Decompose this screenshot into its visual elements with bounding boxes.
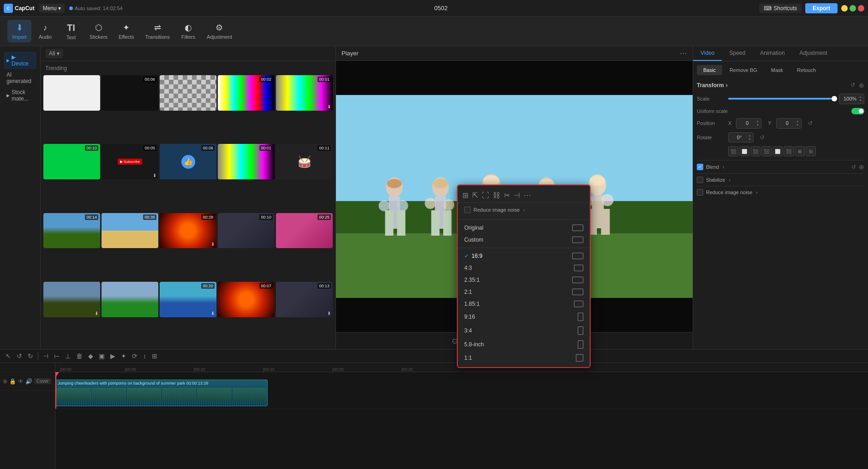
maximize-button[interactable]: [850, 5, 856, 12]
minimize-button[interactable]: [841, 5, 848, 12]
blend-more-icon[interactable]: ⊕: [859, 163, 864, 171]
tl-eye-icon[interactable]: 👁: [18, 378, 24, 385]
dropdown-item-2-1[interactable]: 2:1: [458, 286, 590, 298]
nav-item-stock[interactable]: ▶ Stock mate...: [4, 87, 36, 104]
close-button[interactable]: [858, 5, 864, 12]
tab-video[interactable]: Video: [693, 46, 722, 61]
dropdown-item-1-1[interactable]: 1:1: [458, 351, 590, 364]
dropdown-item-9-16[interactable]: 9:16: [458, 310, 590, 324]
media-thumb-12[interactable]: 00:35: [102, 213, 158, 249]
blend-reset-icon[interactable]: ↺: [851, 164, 856, 170]
aspect-expand-icon[interactable]: ⛶: [482, 191, 489, 200]
media-thumb-1[interactable]: [43, 75, 100, 111]
tl-diamond-button[interactable]: ◆: [86, 351, 95, 361]
media-thumb-20[interactable]: 00:13 ⬇: [276, 282, 333, 317]
nav-item-device[interactable]: ▶ ▶ Device: [4, 52, 36, 69]
media-thumb-10[interactable]: 🥁 00:11: [276, 144, 333, 179]
tl-redo-button[interactable]: ↻: [26, 351, 35, 361]
dropdown-item-4-3[interactable]: 4:3: [458, 262, 590, 274]
aspect-crop-icon[interactable]: ⊞: [462, 191, 468, 200]
tl-play-forward-button[interactable]: ▶: [108, 351, 117, 361]
aspect-more-icon[interactable]: ⋯: [524, 191, 531, 200]
tl-lock-icon[interactable]: 🔒: [9, 378, 16, 385]
tl-cursor-button[interactable]: ↖: [4, 351, 13, 361]
toolbar-item-transitions[interactable]: ⇌ Transitions: [141, 20, 174, 42]
media-thumb-16[interactable]: ⬇: [43, 282, 100, 317]
align-center-h-button[interactable]: ⬜: [739, 146, 749, 156]
tl-split-button[interactable]: ⊣: [41, 351, 50, 361]
tl-audio-icon[interactable]: 🔊: [25, 378, 32, 385]
rotate-input[interactable]: 0° ▲ ▼: [728, 132, 754, 143]
media-thumb-2[interactable]: 00:06: [102, 75, 158, 111]
tab-adjustment[interactable]: Adjustment: [792, 46, 835, 61]
media-thumb-3[interactable]: [160, 75, 216, 111]
media-thumb-5[interactable]: 00:01 ⬇: [276, 75, 333, 111]
dropdown-item-2-35-1[interactable]: 2.35:1: [458, 274, 590, 286]
tl-add-icon[interactable]: ⊕: [3, 378, 7, 385]
media-thumb-17[interactable]: [102, 282, 158, 317]
align-8-button[interactable]: ⊟: [806, 146, 816, 156]
tl-undo-button[interactable]: ↺: [15, 351, 24, 361]
media-thumb-13[interactable]: 00:28 ⬇: [160, 213, 216, 249]
sub-tab-retouch[interactable]: Retouch: [790, 65, 822, 75]
media-thumb-8[interactable]: 👍 00:06: [160, 144, 216, 179]
rotate-reset-icon[interactable]: ↺: [760, 134, 765, 141]
toolbar-item-text[interactable]: TI Text: [59, 20, 83, 43]
toolbar-item-stickers[interactable]: ⬡ Stickers: [85, 20, 112, 42]
media-thumb-14[interactable]: 00:10: [218, 213, 275, 249]
align-bottom-button[interactable]: ⬛: [784, 146, 794, 156]
blend-checkbox[interactable]: ✓: [697, 164, 703, 170]
tab-speed[interactable]: Speed: [722, 46, 753, 61]
dropdown-item-original[interactable]: Original: [458, 222, 590, 234]
media-thumb-6[interactable]: 00:10: [43, 144, 100, 179]
menu-button[interactable]: Menu ▾: [39, 4, 65, 13]
position-reset-icon[interactable]: ↺: [808, 120, 813, 126]
media-thumb-19[interactable]: 00:07: [218, 282, 275, 317]
position-y-input[interactable]: 0 ▲ ▼: [776, 118, 802, 129]
align-top-button[interactable]: ⬛: [761, 146, 772, 156]
video-clip[interactable]: Jumping cheerleaders with pompoms on bac…: [55, 380, 268, 406]
media-thumb-9[interactable]: 00:01: [218, 144, 275, 179]
reduce-noise-checkbox[interactable]: [697, 189, 703, 196]
toolbar-item-audio[interactable]: ♪ Audio: [33, 20, 57, 42]
scale-down-arrow[interactable]: ▼: [859, 99, 862, 102]
media-thumb-7[interactable]: ▶ Subscribe 00:05 ⬇: [102, 144, 158, 179]
position-x-input[interactable]: 0 ▲ ▼: [736, 118, 761, 129]
toolbar-item-adjustment[interactable]: ⚙ Adjustment: [202, 20, 237, 42]
sub-tab-mask[interactable]: Mask: [765, 65, 790, 75]
tl-arrow-button[interactable]: ↕: [141, 351, 148, 361]
tl-square-button[interactable]: ▣: [97, 351, 107, 361]
scale-slider[interactable]: [728, 98, 835, 100]
tl-split3-button[interactable]: ⊥: [63, 351, 72, 361]
align-left-button[interactable]: ⬛: [728, 146, 738, 156]
aspect-link-icon[interactable]: ⛓: [493, 191, 500, 200]
tl-delete-button[interactable]: 🗑: [74, 351, 84, 361]
transform-copy-icon[interactable]: ⊕: [859, 82, 864, 89]
aspect-cut-icon[interactable]: ✂: [504, 191, 510, 200]
dropdown-item-3-4[interactable]: 3:4: [458, 324, 590, 338]
aspect-split-icon[interactable]: ⊣: [514, 191, 520, 200]
align-center-v-button[interactable]: ⬜: [772, 146, 783, 156]
export-button[interactable]: Export: [805, 3, 838, 13]
sub-tab-basic[interactable]: Basic: [697, 65, 722, 75]
tl-rotate-button[interactable]: ⟳: [130, 351, 139, 361]
toolbar-item-import[interactable]: ⬇ Import: [7, 20, 31, 42]
dropdown-item-5-8[interactable]: 5.8-inch: [458, 338, 590, 351]
tl-crop-button[interactable]: ⊞: [150, 351, 159, 361]
tl-split2-button[interactable]: ⊢: [52, 351, 61, 361]
media-thumb-4[interactable]: 00:02: [218, 75, 275, 111]
aspect-resize-icon[interactable]: ⇱: [472, 191, 478, 200]
dropdown-item-1-85-1[interactable]: 1.85:1: [458, 298, 590, 310]
shortcuts-button[interactable]: ⌨ Shortcuts: [759, 4, 802, 13]
media-thumb-15[interactable]: 00:25: [276, 213, 333, 249]
align-right-button[interactable]: ⬛: [750, 146, 760, 156]
media-thumb-18[interactable]: 00:20 ⬇: [160, 282, 216, 317]
scale-input[interactable]: 100% ▲ ▼: [839, 94, 864, 104]
align-7-button[interactable]: ⊞: [795, 146, 805, 156]
dropdown-item-16-9[interactable]: ✓ 16:9: [458, 250, 590, 262]
transform-reset-icon[interactable]: ↺: [850, 82, 855, 89]
toolbar-item-effects[interactable]: ✦ Effects: [114, 20, 138, 42]
tl-star-button[interactable]: ✦: [119, 351, 128, 361]
scale-up-arrow[interactable]: ▲: [859, 95, 862, 99]
toolbar-item-filters[interactable]: ◐ Filters: [176, 20, 200, 42]
